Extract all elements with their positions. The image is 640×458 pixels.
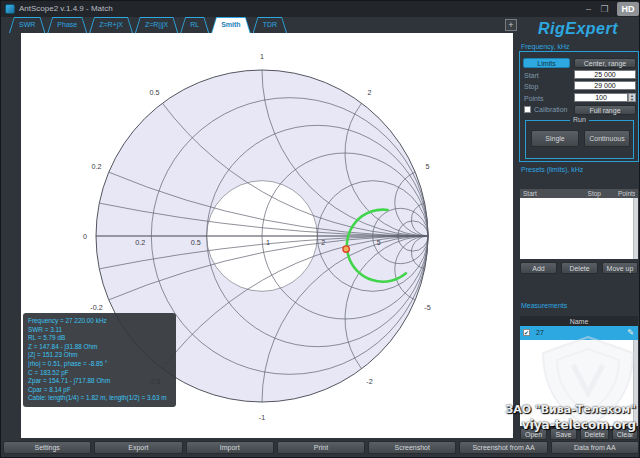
tab-tdr[interactable]: TDR (253, 17, 287, 33)
tab-smith[interactable]: Smith (211, 17, 250, 33)
measurements-section-label: Measurements (521, 302, 567, 309)
points-input[interactable] (574, 93, 628, 102)
points-label: Points (524, 95, 543, 102)
window-title: AntScope2 v.1.4.9 - Match (19, 4, 113, 13)
calibration-checkbox[interactable] (524, 106, 531, 113)
presets-add-button[interactable]: Add (520, 262, 557, 274)
app-window: AntScope2 v.1.4.9 - Match – ❐ HD SWR Pha… (0, 0, 640, 458)
grid-label: -0.2 (90, 303, 102, 312)
tab-z-parallel[interactable]: Z=R||jX (135, 17, 178, 33)
stop-input[interactable] (574, 81, 636, 90)
run-groupbox: Run Single Continuous (525, 120, 634, 159)
tooltip-rl: RL = 5.79 dB (28, 334, 171, 343)
frequency-section-label: Frequency, kHz (521, 43, 570, 50)
measurement-checkbox[interactable]: ✔ (523, 329, 530, 336)
start-input[interactable] (574, 70, 636, 79)
measurements-table-header: Name (520, 316, 638, 326)
limits-button[interactable]: Limits (523, 58, 570, 68)
spin-down-icon[interactable]: ▼ (629, 98, 635, 102)
stop-label: Stop (524, 83, 538, 90)
screenshot-from-aa-button[interactable]: Screenshot from AA (459, 441, 547, 454)
grid-label: 5 (425, 162, 429, 171)
start-label: Start (524, 72, 539, 79)
grid-label: 5 (377, 238, 381, 247)
tooltip-cpar: Cpar = 8.14 pF (28, 386, 171, 395)
export-button[interactable]: Export (94, 441, 182, 454)
title-bar[interactable]: AntScope2 v.1.4.9 - Match – ❐ HD (1, 1, 640, 17)
grid-label: 0.5 (149, 88, 159, 97)
measurements-open-button[interactable]: Open (520, 428, 547, 440)
measurements-save-button[interactable]: Save (550, 428, 577, 440)
tooltip-cable: Cable: length(1/4) = 1.82 m, length(1/2)… (28, 394, 171, 403)
tab-phase[interactable]: Phase (47, 17, 87, 33)
presets-table-body[interactable] (520, 198, 638, 259)
settings-button[interactable]: Settings (3, 441, 91, 454)
grid-label: -2 (366, 377, 372, 386)
edit-pencil-icon[interactable]: ✎ (627, 328, 634, 337)
tooltip-zmag: |Z| = 151.23 Ohm (28, 351, 171, 360)
grid-label: 0.2 (92, 162, 102, 171)
measurement-name: 27 (536, 329, 544, 336)
tab-swr[interactable]: SWR (9, 17, 45, 33)
tooltip-z: Z = 147.84 - j31.88 Ohm (28, 343, 171, 352)
presets-move-up-button[interactable]: Move up (602, 262, 638, 274)
tooltip-rho-phase: |rho| = 0.51, phase = -8.85 ° (28, 360, 171, 369)
screenshot-button[interactable]: Screenshot (368, 441, 456, 454)
grid-label: 1 (260, 52, 264, 61)
presets-section-label: Presets (limits), kHz (521, 166, 583, 173)
center-range-button[interactable]: Center, range (574, 58, 636, 68)
single-button[interactable]: Single (531, 130, 579, 147)
grid-label: 2 (368, 88, 372, 97)
grid-label: -5 (424, 303, 430, 312)
grid-label: 0.2 (135, 238, 145, 247)
cursor-marker (343, 246, 349, 252)
measurements-scrollbar[interactable] (633, 340, 638, 426)
frequency-groupbox: Limits Center, range Start Stop Points ▲… (519, 51, 639, 162)
measurements-delete-button[interactable]: Delete (580, 428, 609, 440)
measurements-clear-button[interactable]: Clear (612, 428, 638, 440)
data-from-aa-button[interactable]: Data from AA (551, 441, 639, 454)
presets-col-points: Points (618, 190, 635, 197)
full-range-button[interactable]: Full range (574, 105, 636, 115)
cursor-info-tooltip: Frequency = 27 220.00 kHz SWR = 3.11 RL … (23, 313, 176, 407)
continuous-button[interactable]: Continuous (584, 130, 630, 147)
tab-bar: SWR Phase Z=R+jX Z=R||jX RL Smith TDR (9, 17, 287, 33)
presets-scrollbar[interactable] (633, 198, 638, 259)
presets-table-header: Start Stop Points (520, 189, 638, 198)
add-chart-button[interactable]: + (505, 19, 517, 31)
tab-z-series[interactable]: Z=R+jX (89, 17, 133, 33)
tooltip-zpar: Zpar = 154.71 - j717.88 Ohm (28, 377, 171, 386)
grid-label: 1 (266, 238, 270, 247)
maximize-button[interactable]: ❐ (598, 3, 611, 15)
minimize-button[interactable]: – (582, 3, 595, 15)
measurements-col-name: Name (570, 318, 589, 325)
chart-canvas[interactable]: 00.20.51250.2-0.20.5-0.51-12-25-5 Freque… (21, 33, 513, 438)
print-button[interactable]: Print (277, 441, 365, 454)
grid-label: 0 (83, 232, 87, 241)
grid-label: -1 (259, 413, 265, 422)
rigexpert-logo: RigExpert (517, 20, 639, 38)
grid-label: 2 (321, 238, 325, 247)
tooltip-frequency: Frequency = 27 220.00 kHz (28, 317, 171, 326)
presets-delete-button[interactable]: Delete (561, 262, 598, 274)
run-title: Run (570, 116, 589, 123)
calibration-label: Calibration (534, 106, 567, 113)
app-icon (5, 4, 15, 14)
points-spinner[interactable]: ▲▼ (628, 93, 636, 102)
tooltip-c: C = 183.52 pF (28, 369, 171, 378)
presets-col-start: Start (523, 190, 571, 197)
measurements-table-body[interactable] (520, 340, 638, 426)
measurement-row[interactable]: ✔ 27 ✎ (520, 326, 638, 340)
control-panel: RigExpert Frequency, kHz Limits Center, … (517, 17, 640, 441)
grid-label: 0.5 (191, 238, 201, 247)
bottom-toolbar: Settings Export Import Print Screenshot … (1, 441, 640, 455)
import-button[interactable]: Import (186, 441, 274, 454)
hd-badge: HD (617, 2, 639, 16)
tab-rl[interactable]: RL (180, 17, 209, 33)
presets-col-stop: Stop (571, 190, 619, 197)
tooltip-swr: SWR = 3.11 (28, 326, 171, 335)
